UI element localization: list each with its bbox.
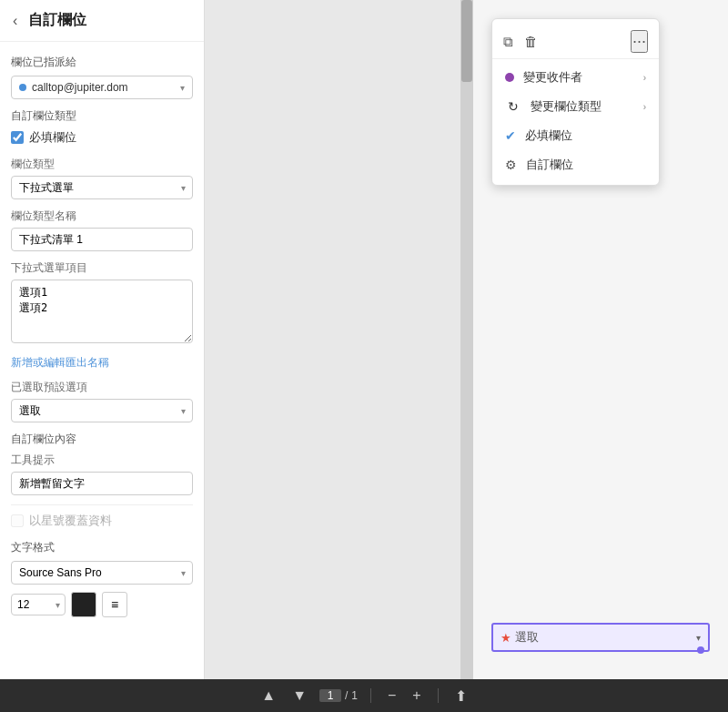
app-container: ‹ 自訂欄位 欄位已指派給 calltop@jupiter.dom ▾ 自訂欄位… — [0, 0, 728, 712]
font-selector-wrapper: Source Sans Pro — [11, 561, 193, 585]
change-type-icon: ↻ — [505, 99, 521, 114]
required-check-icon: ✔ — [505, 128, 516, 143]
field-type-arrow-icon: › — [643, 102, 646, 112]
custom-content-label: 自訂欄位內容 — [11, 432, 193, 447]
change-recipient-item[interactable]: 變更收件者 › — [492, 63, 659, 92]
panel-title: 自訂欄位 — [28, 11, 86, 30]
field-preview-dot — [697, 646, 704, 654]
recipient-dot-icon — [505, 73, 514, 82]
tooltip-block: 工具提示 新增暫留文字 — [11, 453, 193, 495]
font-size-select[interactable]: 12 — [11, 594, 66, 615]
mask-row: 以星號覆蓋資料 — [11, 513, 193, 529]
change-recipient-label: 變更收件者 — [523, 69, 634, 86]
required-menu-label: 必填欄位 — [525, 127, 646, 144]
field-preview-arrow: ▾ — [696, 633, 701, 643]
default-selected-select[interactable]: 選取 — [11, 399, 193, 422]
center-area — [205, 0, 473, 679]
default-selected-block: 已選取預設選項 選取 — [11, 380, 193, 422]
dropdown-items-textarea[interactable]: 選項1 選項2 — [11, 280, 193, 343]
default-selected-wrapper: 選取 — [11, 399, 193, 422]
copy-icon-button[interactable]: ⧉ — [503, 34, 513, 50]
bottom-toolbar: ▲ ▼ 1 / 1 − + ⬆ — [0, 679, 728, 712]
field-type-block: 欄位類型 下拉式選單 — [11, 157, 193, 199]
dropdown-items-block: 下拉式選單項目 選項1 選項2 — [11, 260, 193, 346]
context-menu: ⧉ 🗑 ··· 變更收件者 › ↻ 變更欄位類型 › ✔ 必填欄位 — [491, 18, 660, 186]
toolbar-divider-2 — [438, 688, 439, 703]
align-button[interactable]: ≡ — [102, 592, 127, 617]
email-selector[interactable]: calltop@jupiter.dom ▾ — [11, 76, 193, 99]
required-checkbox-row: 必填欄位 — [11, 129, 193, 146]
field-type-name-input[interactable]: 下拉式清單 1 — [11, 228, 193, 251]
scrollbar-thumb — [461, 0, 472, 82]
field-preview-input[interactable]: ★ 選取 ▾ — [491, 623, 710, 652]
more-options-button[interactable]: ··· — [631, 30, 648, 53]
required-label: 必填欄位 — [29, 129, 76, 146]
field-type-select[interactable]: 下拉式選單 — [11, 176, 193, 199]
assigned-label: 欄位已指派給 — [11, 55, 193, 70]
required-checkbox[interactable] — [11, 131, 24, 144]
field-preview: ★ 選取 ▾ — [491, 623, 710, 652]
required-star: ★ — [500, 631, 511, 645]
mask-label: 以星號覆蓋資料 — [29, 513, 112, 529]
field-type-select-wrapper: 下拉式選單 — [11, 176, 193, 199]
color-picker[interactable] — [71, 592, 96, 617]
field-preview-text: 選取 — [515, 629, 696, 646]
tooltip-label: 工具提示 — [11, 453, 193, 468]
zoom-in-button[interactable]: + — [409, 687, 424, 704]
panel-content: 欄位已指派給 calltop@jupiter.dom ▾ 自訂欄位類型 必填欄位… — [0, 42, 204, 679]
page-separator: / — [345, 689, 348, 702]
page-down-button[interactable]: ▼ — [288, 687, 310, 704]
email-dropdown-arrow: ▾ — [180, 83, 185, 93]
scrollbar-track[interactable] — [460, 0, 473, 679]
tooltip-input[interactable]: 新增暫留文字 — [11, 472, 193, 495]
change-field-type-label: 變更欄位類型 — [531, 98, 634, 115]
upload-button[interactable]: ⬆ — [451, 687, 470, 705]
left-panel: ‹ 自訂欄位 欄位已指派給 calltop@jupiter.dom ▾ 自訂欄位… — [0, 0, 205, 679]
main-area: ‹ 自訂欄位 欄位已指派給 calltop@jupiter.dom ▾ 自訂欄位… — [0, 0, 728, 679]
email-text: calltop@jupiter.dom — [32, 81, 180, 94]
zoom-out-button[interactable]: − — [384, 687, 399, 704]
separator — [11, 504, 193, 505]
page-current-input[interactable]: 1 — [319, 689, 341, 702]
field-type-section-label: 自訂欄位類型 — [11, 108, 193, 124]
context-menu-top: ⧉ 🗑 ··· — [492, 25, 659, 59]
field-type-name-block: 欄位類型名稱 下拉式清單 1 — [11, 209, 193, 251]
field-type-label: 欄位類型 — [11, 157, 193, 172]
page-up-button[interactable]: ▲ — [258, 687, 279, 704]
font-controls: 12 ≡ — [11, 592, 193, 617]
mask-checkbox[interactable] — [11, 514, 24, 527]
change-field-type-item[interactable]: ↻ 變更欄位類型 › — [492, 92, 659, 121]
email-dot — [19, 84, 26, 91]
custom-field-icon: ⚙ — [505, 158, 517, 172]
font-select[interactable]: Source Sans Pro — [11, 561, 193, 585]
delete-icon-button[interactable]: 🗑 — [524, 34, 538, 49]
recipient-arrow-icon: › — [643, 73, 646, 83]
font-section-label: 文字格式 — [11, 540, 193, 555]
dropdown-items-label: 下拉式選單項目 — [11, 260, 193, 276]
default-selected-label: 已選取預設選項 — [11, 380, 193, 395]
custom-field-menu-label: 自訂欄位 — [526, 157, 646, 173]
required-item[interactable]: ✔ 必填欄位 — [492, 121, 659, 150]
toolbar-divider — [370, 688, 371, 703]
panel-header: ‹ 自訂欄位 — [0, 0, 204, 42]
add-edit-link[interactable]: 新增或編輯匯出名稱 — [11, 355, 193, 371]
back-button[interactable]: ‹ — [9, 13, 21, 29]
size-selector-wrapper: 12 — [11, 594, 66, 615]
page-total: 1 — [351, 689, 358, 702]
right-area: ⧉ 🗑 ··· 變更收件者 › ↻ 變更欄位類型 › ✔ 必填欄位 — [473, 0, 728, 679]
field-type-name-label: 欄位類型名稱 — [11, 209, 193, 224]
custom-field-item[interactable]: ⚙ 自訂欄位 — [492, 150, 659, 179]
page-indicator: 1 / 1 — [319, 689, 358, 702]
